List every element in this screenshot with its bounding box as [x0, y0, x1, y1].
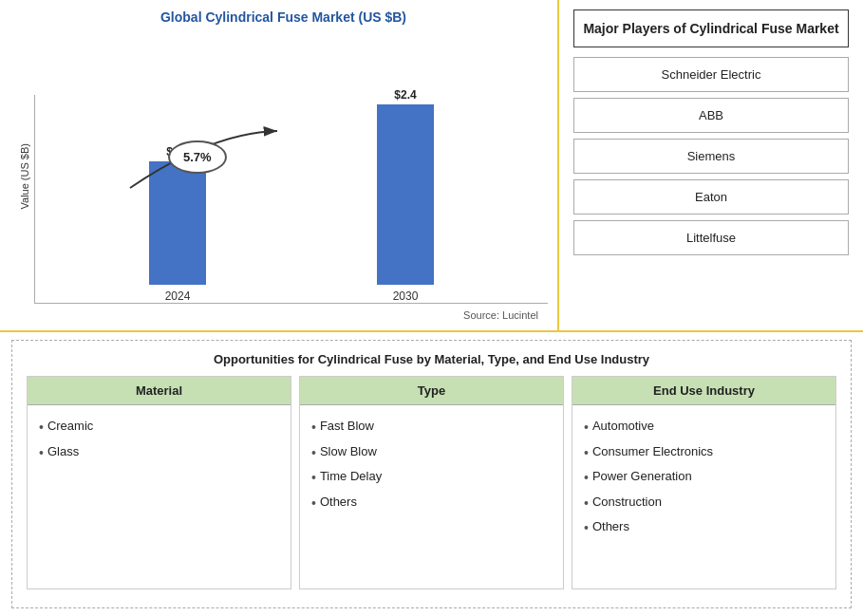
bullet-icon: • [584, 465, 589, 491]
bullet-icon: • [39, 440, 44, 466]
bar-2030 [377, 104, 434, 285]
bottom-section: Opportunities for Cylindrical Fuse by Ma… [11, 340, 852, 608]
bar-label-2024: 2024 [165, 289, 191, 303]
opportunities-title: Opportunities for Cylindrical Fuse by Ma… [27, 352, 836, 366]
end-use-body: • Automotive • Consumer Electronics • Po… [572, 405, 835, 588]
player-item-2: Siemens [573, 139, 849, 174]
material-item-0: • Creamic [39, 415, 279, 440]
material-column: Material • Creamic • Glass [27, 376, 291, 589]
type-item-2: • Time Delay [311, 465, 552, 491]
players-title: Major Players of Cylindrical Fuse Market [573, 9, 849, 47]
end-use-item-label-4: Others [592, 515, 629, 539]
player-item-3: Eaton [573, 179, 849, 215]
main-container: Global Cylindrical Fuse Market (US $B) V… [0, 0, 863, 616]
end-use-item-3: • Construction [584, 491, 824, 516]
chart-title: Global Cylindrical Fuse Market (US $B) [19, 9, 548, 25]
type-body: • Fast Blow • Slow Blow • Time Delay • O… [300, 405, 563, 588]
bar-2024 [149, 161, 206, 285]
material-item-label-1: Glass [47, 440, 79, 464]
end-use-item-2: • Power Generation [584, 465, 824, 491]
bar-value-2024: $1.7 [166, 145, 188, 159]
material-header: Material [28, 377, 291, 405]
bullet-icon: • [584, 491, 589, 516]
cagr-arrow-svg [35, 104, 548, 312]
chart-section: Global Cylindrical Fuse Market (US $B) V… [0, 0, 559, 330]
type-header: Type [300, 377, 563, 405]
bullet-icon: • [584, 415, 589, 440]
top-section: Global Cylindrical Fuse Market (US $B) V… [0, 0, 863, 332]
type-item-label-3: Others [320, 491, 357, 514]
end-use-item-4: • Others [584, 515, 824, 541]
end-use-item-label-2: Power Generation [592, 465, 692, 489]
player-item-0: Schneider Electric [573, 57, 849, 92]
player-item-4: Littelfuse [573, 220, 849, 255]
end-use-item-label-3: Construction [592, 491, 662, 514]
end-use-item-1: • Consumer Electronics [584, 440, 824, 466]
type-item-1: • Slow Blow [311, 440, 552, 466]
material-body: • Creamic • Glass [28, 405, 291, 588]
chart-plot: 5.7% $1.7 2024 $2.4 [34, 32, 548, 321]
end-use-item-label-0: Automotive [592, 415, 654, 439]
bar-group-2024: $1.7 2024 [149, 145, 206, 303]
bar-value-2030: $2.4 [394, 88, 416, 102]
chart-area: Value (US $B) [19, 32, 548, 321]
bullet-icon: • [311, 465, 316, 491]
bullet-icon: • [39, 415, 44, 440]
source-text: Source: Lucintel [34, 309, 548, 321]
end-use-item-0: • Automotive [584, 415, 824, 440]
type-item-label-0: Fast Blow [320, 415, 374, 439]
type-item-label-2: Time Delay [320, 465, 382, 489]
material-item-1: • Glass [39, 440, 279, 466]
end-use-header: End Use Industry [572, 377, 835, 405]
end-use-item-label-1: Consumer Electronics [592, 440, 713, 464]
bar-label-2030: 2030 [393, 289, 419, 303]
material-item-label-0: Creamic [47, 415, 93, 439]
bullet-icon: • [584, 515, 589, 541]
bullet-icon: • [311, 440, 316, 466]
bar-group-2030: $2.4 2030 [377, 88, 434, 303]
bullet-icon: • [584, 440, 589, 466]
player-item-1: ABB [573, 98, 849, 133]
end-use-column: End Use Industry • Automotive • Consumer… [572, 376, 836, 589]
type-column: Type • Fast Blow • Slow Blow • Time Dela… [299, 376, 564, 589]
bullet-icon: • [311, 491, 316, 516]
type-item-label-1: Slow Blow [320, 440, 377, 464]
y-axis-label: Value (US $B) [19, 143, 30, 210]
bullet-icon: • [311, 415, 316, 440]
players-section: Major Players of Cylindrical Fuse Market… [559, 0, 863, 330]
type-item-3: • Others [311, 491, 552, 516]
opportunities-grid: Material • Creamic • Glass Type [27, 376, 836, 589]
bars-container: 5.7% $1.7 2024 $2.4 [34, 95, 548, 304]
type-item-0: • Fast Blow [311, 415, 552, 440]
